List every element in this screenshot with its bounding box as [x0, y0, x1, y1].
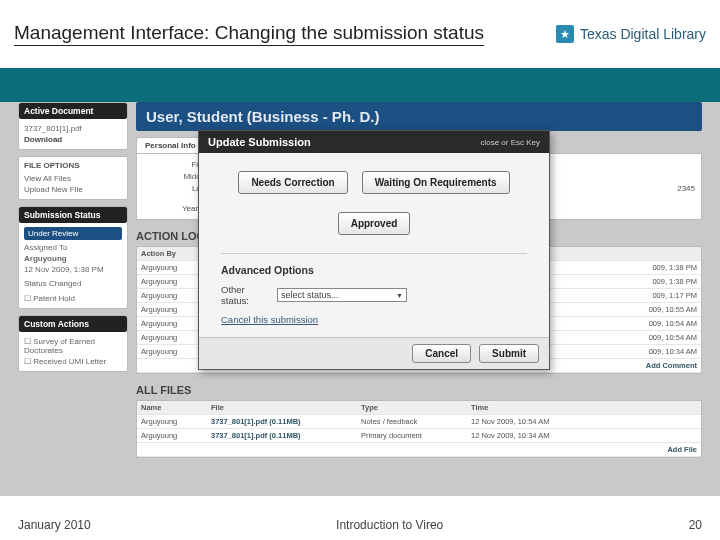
- footer-page-number: 20: [689, 518, 702, 532]
- brand-logo: ★ Texas Digital Library: [556, 25, 706, 43]
- submit-button[interactable]: Submit: [479, 344, 539, 363]
- update-submission-modal: Update Submission close or Esc Key Needs…: [198, 130, 550, 370]
- needs-correction-button[interactable]: Needs Correction: [238, 171, 347, 194]
- other-status-select[interactable]: select status... ▼: [277, 288, 407, 302]
- header-accent-bar: [0, 68, 720, 102]
- select-value: select status...: [281, 290, 339, 300]
- footer-title: Introduction to Vireo: [336, 518, 443, 532]
- screenshot-region: Active Document 3737_801[1].pdf Download…: [0, 102, 720, 496]
- approved-button[interactable]: Approved: [338, 212, 411, 235]
- footer-date: January 2010: [18, 518, 91, 532]
- star-icon: ★: [556, 25, 574, 43]
- advanced-options-title: Advanced Options: [221, 253, 527, 276]
- modal-title-text: Update Submission: [208, 136, 311, 148]
- brand-text: Texas Digital Library: [580, 26, 706, 42]
- other-status-label: Other status:: [221, 284, 269, 306]
- cancel-submission-link[interactable]: Cancel this submission: [221, 314, 527, 325]
- modal-backdrop: Update Submission close or Esc Key Needs…: [0, 102, 720, 496]
- waiting-on-requirements-button[interactable]: Waiting On Requirements: [362, 171, 510, 194]
- cancel-button[interactable]: Cancel: [412, 344, 471, 363]
- chevron-down-icon: ▼: [396, 292, 403, 299]
- slide-title: Management Interface: Changing the submi…: [14, 22, 484, 46]
- slide-footer: January 2010 Introduction to Vireo 20: [0, 510, 720, 540]
- modal-close-hint[interactable]: close or Esc Key: [480, 138, 540, 147]
